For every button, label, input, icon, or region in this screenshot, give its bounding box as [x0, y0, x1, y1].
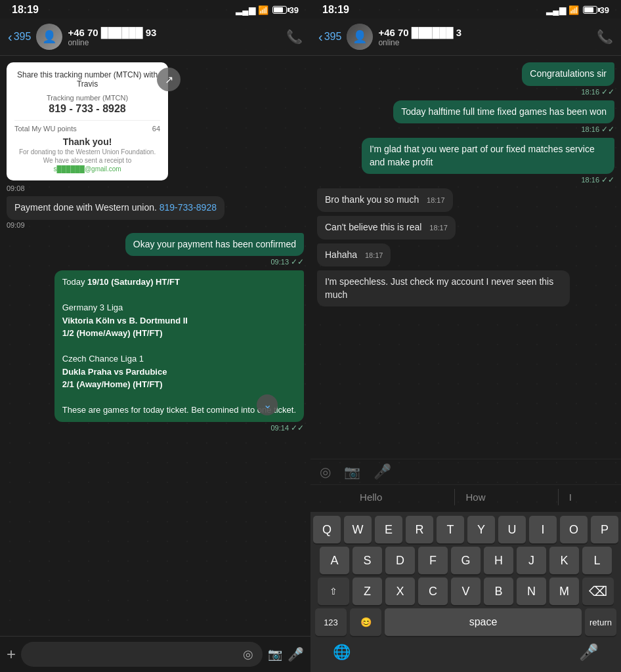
key-e[interactable]: E [375, 516, 402, 543]
cantbelieve-message: Can't believe this is real 18:17 [317, 216, 614, 240]
wu-subtitle: For donating to the Western Union Founda… [14, 148, 160, 156]
right-status-icons: ▂▄▆ 📶 39 [546, 5, 609, 15]
right-back-button[interactable]: ‹ 395 [318, 30, 341, 45]
congrats-bubble: Congratulations sir [522, 62, 614, 86]
suggestion-how[interactable]: How [454, 489, 496, 505]
congrats-text: Congratulations sir [530, 68, 607, 79]
left-chat-header: ‹ 395 👤 +46 70 ██████ 93 online 📞 [0, 18, 310, 56]
halftime-text: Today halftime full time fixed games has… [401, 106, 607, 117]
key-s[interactable]: S [353, 547, 382, 574]
mic-toolbar-icon[interactable]: 🎤 [374, 463, 391, 480]
right-contact-info: +46 70 ██████ 3 online [378, 27, 591, 47]
right-status-bar: 18:19 ▂▄▆ 📶 39 [310, 0, 621, 18]
payment-link[interactable]: 819-733-8928 [160, 202, 217, 213]
battery-icon [272, 6, 287, 14]
right-back-count: 395 [324, 31, 342, 43]
key-f[interactable]: F [418, 547, 448, 574]
keyboard: Q W E R T Y U I O P A S D F G H J K L ⇧ … [310, 512, 621, 672]
wu-card-title: Share this tracking number (MTCN) with T… [14, 70, 160, 89]
wu-email: s██████@gmail.com [14, 165, 160, 173]
wu-points: Total My WU points 64 [14, 120, 160, 133]
key-d[interactable]: D [385, 547, 415, 574]
left-contact-info: +46 70 ██████ 93 online [68, 27, 281, 47]
key-123[interactable]: 123 [315, 608, 347, 636]
key-r[interactable]: R [406, 516, 433, 543]
match-info-message: Today 19/10 (Saturday) HT/FT Germany 3 L… [7, 270, 304, 432]
key-a[interactable]: A [320, 547, 349, 574]
sticker-toolbar-icon[interactable]: ◎ [320, 464, 331, 480]
congrats-time: 18:16 ✓✓ [581, 87, 614, 96]
key-o[interactable]: O [560, 516, 588, 543]
key-g[interactable]: G [451, 547, 481, 574]
confirmed-time: 09:13 ✓✓ [270, 257, 304, 266]
glad-time: 18:16 ✓✓ [581, 175, 614, 184]
thankyou-text: Bro thank you so much [325, 194, 419, 205]
keyboard-row-3: ⇧ Z X C V B N M ⌫ [313, 578, 618, 605]
key-n[interactable]: N [517, 578, 546, 605]
key-u[interactable]: U [498, 516, 526, 543]
key-p[interactable]: P [591, 516, 618, 543]
key-w[interactable]: W [344, 516, 372, 543]
suggestion-i[interactable]: I [558, 489, 582, 505]
left-contact-name: +46 70 ██████ 93 [68, 27, 281, 38]
key-i[interactable]: I [529, 516, 557, 543]
key-m[interactable]: M [549, 578, 579, 605]
left-back-button[interactable]: ‹ 395 [8, 30, 31, 45]
hahaha-message: Hahaha 18:17 [317, 243, 614, 267]
right-call-button[interactable]: 📞 [597, 29, 613, 45]
payment-message: Payment done with Western union. 819-733… [7, 196, 304, 229]
add-button[interactable]: + [7, 645, 16, 663]
left-chat-area: Share this tracking number (MTCN) with T… [0, 56, 310, 636]
keyboard-bottom-row: 🌐 🎤 [313, 639, 618, 665]
key-h[interactable]: H [484, 547, 513, 574]
key-t[interactable]: T [437, 516, 464, 543]
payment-time: 09:09 [7, 221, 25, 229]
confirmed-bubble: Okay your payment has been confirmed [125, 233, 304, 257]
keyboard-mic-icon[interactable]: 🎤 [579, 643, 599, 662]
scroll-down-overlay[interactable]: ⌄ [257, 394, 283, 417]
key-l[interactable]: L [582, 547, 612, 574]
key-q[interactable]: Q [313, 516, 341, 543]
key-k[interactable]: K [549, 547, 579, 574]
key-return[interactable]: return [585, 608, 616, 636]
camera-icon[interactable]: 📷 [268, 647, 282, 662]
payment-text: Payment done with Western union. [14, 202, 160, 213]
left-message-input[interactable]: ◎ [21, 642, 263, 667]
left-time: 18:19 [12, 4, 39, 16]
right-battery-icon [583, 6, 597, 14]
cantbelieve-text: Can't believe this is real [325, 222, 421, 232]
cantbelieve-bubble: Can't believe this is real 18:17 [317, 216, 456, 240]
left-call-button[interactable]: 📞 [286, 29, 303, 45]
camera-toolbar-icon[interactable]: 📷 [344, 464, 360, 480]
right-battery-label: 39 [600, 5, 609, 15]
wu-points-value: 64 [152, 125, 160, 133]
key-v[interactable]: V [451, 578, 481, 605]
key-j[interactable]: J [517, 547, 546, 574]
wu-share-button[interactable]: ↗ [157, 68, 181, 91]
halftime-message: Today halftime full time fixed games has… [317, 100, 614, 135]
key-b[interactable]: B [484, 578, 513, 605]
key-space[interactable]: space [385, 608, 582, 636]
suggestion-hello[interactable]: Hello [349, 489, 393, 505]
key-emoji[interactable]: 😊 [350, 608, 381, 636]
left-status-bar: 18:19 ▂▄▆ 📶 39 [0, 0, 310, 18]
scroll-down-button[interactable]: ⌄ [257, 394, 278, 415]
confirmed-ticks: ✓✓ [291, 257, 304, 266]
key-shift[interactable]: ⇧ [318, 578, 349, 605]
back-arrow-icon: ‹ [8, 30, 12, 45]
glad-message: I'm glad that you were part of our fixed… [317, 138, 614, 184]
key-y[interactable]: Y [467, 516, 495, 543]
key-delete[interactable]: ⌫ [582, 578, 614, 605]
confirmed-message: Okay your payment has been confirmed 09:… [7, 233, 304, 267]
key-x[interactable]: X [385, 578, 415, 605]
globe-icon[interactable]: 🌐 [333, 644, 351, 661]
key-c[interactable]: C [418, 578, 448, 605]
wu-receipt-label: We have also sent a receipt to [14, 157, 160, 164]
right-avatar: 👤 [347, 24, 373, 50]
sticker-icon[interactable]: ◎ [243, 647, 253, 662]
right-wifi-icon: 📶 [568, 5, 579, 15]
key-z[interactable]: Z [353, 578, 382, 605]
right-back-arrow-icon: ‹ [318, 30, 323, 45]
mic-icon[interactable]: 🎤 [288, 646, 304, 662]
match-time: 09:14 ✓✓ [270, 423, 304, 432]
